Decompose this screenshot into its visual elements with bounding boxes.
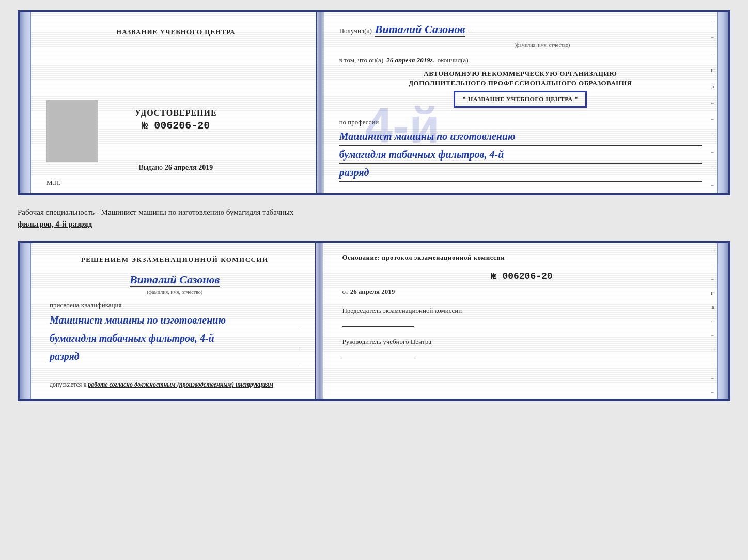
deco5: ,а [711, 84, 714, 89]
dopuskaetsya-block: допускается к работе согласно должностны… [50, 381, 300, 389]
info-underline: фильтров, 4-й разряд [18, 220, 92, 228]
dopusk-label: допускается к [50, 381, 86, 388]
right-side-deco-top: – – – и ,а ← – – – – – [708, 12, 717, 193]
chairman-signature-line [342, 326, 414, 327]
qualification-block: Машинист машины по изготовлению бумагидл… [50, 312, 300, 365]
prof-line2: бумагидля табачных фильтров, 4-й [339, 147, 702, 164]
deco11: – [711, 182, 714, 188]
okochil-label: окончил(а) [438, 56, 469, 65]
bdeco7: – [711, 332, 714, 338]
name-caption-top: (фамилия, имя, отчество) [514, 42, 570, 48]
info-main: Рабочая специальность - Машинист машины … [18, 208, 293, 216]
left-spine [20, 12, 31, 193]
cert-bottom-right-page: Основание: протокол экзаменационной коми… [323, 243, 717, 399]
vydano-label: Выдано [138, 164, 163, 171]
osnov-label: Основание: протокол экзаменационной коми… [342, 253, 702, 262]
rukov-signature-line [342, 357, 414, 357]
deco10: – [711, 166, 714, 171]
deco3: – [711, 51, 714, 56]
cert-bottom-left-page: Решением экзаменационной комиссии Витали… [31, 243, 316, 399]
name-block-bottom: Виталий Сазонов [50, 273, 300, 287]
vtom-label: в том, что он(а) [339, 56, 384, 65]
qual-line1: Машинист машины по изготовлению [50, 312, 300, 329]
bdeco5: ,а [711, 304, 714, 310]
bottom-center-spine [316, 243, 323, 399]
bdeco2: – [711, 262, 714, 267]
bdeco10: – [711, 375, 714, 381]
right-side-deco-bottom: – – – и ,а ← – – – – – [708, 243, 717, 399]
vtom-date: 26 апреля 2019г. [386, 56, 434, 65]
bottom-certificate: Решением экзаменационной комиссии Витали… [18, 241, 730, 401]
org-line3: " НАЗВАНИЕ УЧЕБНОГО ЦЕНТРА " [462, 95, 578, 103]
recipient-name-top: Виталий Сазонов [375, 23, 465, 37]
vtom-block: в том, что он(а) 26 апреля 2019г. окончи… [339, 56, 702, 65]
deco6: ← [710, 100, 715, 106]
document-container: НАЗВАНИЕ УЧЕБНОГО ЦЕНТРА УДОСТОВЕРЕНИЕ №… [18, 10, 730, 401]
po-professii-label: по профессии [339, 118, 702, 126]
rukov-block: Руководитель учебного Центра [342, 337, 702, 357]
bottom-left-spine [20, 243, 31, 399]
qual-line3: разряд [50, 348, 300, 365]
school-name-label-top: НАЗВАНИЕ УЧЕБНОГО ЦЕНТРА [116, 28, 236, 36]
org-line2: ДОПОЛНИТЕЛЬНОГО ПРОФЕССИОНАЛЬНОГО ОБРАЗО… [339, 78, 702, 88]
profession-block: Машинист машины по изготовлению бумагидл… [339, 129, 702, 182]
deco9: – [711, 149, 714, 155]
top-certificate: НАЗВАНИЕ УЧЕБНОГО ЦЕНТРА УДОСТОВЕРЕНИЕ №… [18, 10, 730, 195]
org-line1: АВТОНОМНУЮ НЕКОММЕРЧЕСКУЮ ОРГАНИЗАЦИЮ [339, 69, 702, 78]
cert-top-right-page: Получил(а) Виталий Сазонов – (фамилия, и… [324, 12, 717, 193]
bdeco9: – [711, 361, 714, 366]
udostoverenie-number: № 006206-20 [135, 120, 217, 132]
bottom-right-spine [717, 243, 728, 399]
ot-text: от [342, 287, 348, 295]
right-spine [717, 12, 728, 193]
dash-after-name: – [468, 27, 472, 35]
bdeco11: – [711, 389, 714, 395]
deco1: – [711, 18, 714, 23]
bdeco8: – [711, 347, 714, 353]
org-section: 4-й АВТОНОМНУЮ НЕКОММЕРЧЕСКУЮ ОРГАНИЗАЦИ… [339, 69, 702, 108]
stamp-border: " НАЗВАНИЕ УЧЕБНОГО ЦЕНТРА " [454, 91, 587, 108]
bdeco3: – [711, 276, 714, 282]
chairman-block: Председатель экзаменационной комиссии [342, 306, 702, 326]
prisvoena-label: присвоена квалификация [50, 301, 300, 309]
udostoverenie-label: УДОСТОВЕРЕНИЕ [135, 108, 217, 118]
poluchil-text: Получил(а) [339, 27, 372, 35]
deco4: и [711, 67, 713, 73]
ot-date: 26 апреля 2019 [350, 287, 395, 295]
center-spine [317, 12, 324, 193]
org-block: АВТОНОМНУЮ НЕКОММЕРЧЕСКУЮ ОРГАНИЗАЦИЮ ДО… [339, 69, 702, 108]
deco7: – [711, 116, 714, 122]
chairman-label: Председатель экзаменационной комиссии [342, 306, 702, 315]
photo-placeholder [46, 100, 98, 162]
poluchil-line: Получил(а) Виталий Сазонов – [339, 23, 702, 37]
bdeco4: и [711, 290, 713, 296]
rukov-label: Руководитель учебного Центра [342, 337, 702, 346]
qual-line2: бумагидля табачных фильтров, 4-й [50, 330, 300, 347]
recipient-name-bottom: Виталий Сазонов [130, 273, 220, 287]
vydano-date: 26 апреля 2019 [165, 164, 213, 171]
dopusk-text: работе согласно должностным (производств… [88, 381, 273, 388]
ot-label: от 26 апреля 2019 [342, 287, 702, 296]
name-caption-bottom: (фамилия, имя, отчество) [50, 289, 300, 295]
mp-label: М.П. [46, 179, 60, 187]
bdeco6: ← [710, 318, 715, 324]
udostoverenie-block: УДОСТОВЕРЕНИЕ № 006206-20 [135, 108, 217, 132]
deco2: – [711, 34, 714, 40]
prof-line3: разряд [339, 165, 702, 182]
prof-line1: Машинист машины по изготовлению [339, 129, 702, 146]
bdeco1: – [711, 248, 714, 253]
deco8: – [711, 133, 714, 138]
info-text-block: Рабочая специальность - Машинист машины … [18, 203, 730, 233]
cert-top-left-page: НАЗВАНИЕ УЧЕБНОГО ЦЕНТРА УДОСТОВЕРЕНИЕ №… [31, 12, 317, 193]
resheniyem-label: Решением экзаменационной комиссии [50, 255, 300, 264]
osnov-number: № 006206-20 [342, 271, 702, 281]
vydano-block: Выдано 26 апреля 2019 [138, 163, 213, 172]
